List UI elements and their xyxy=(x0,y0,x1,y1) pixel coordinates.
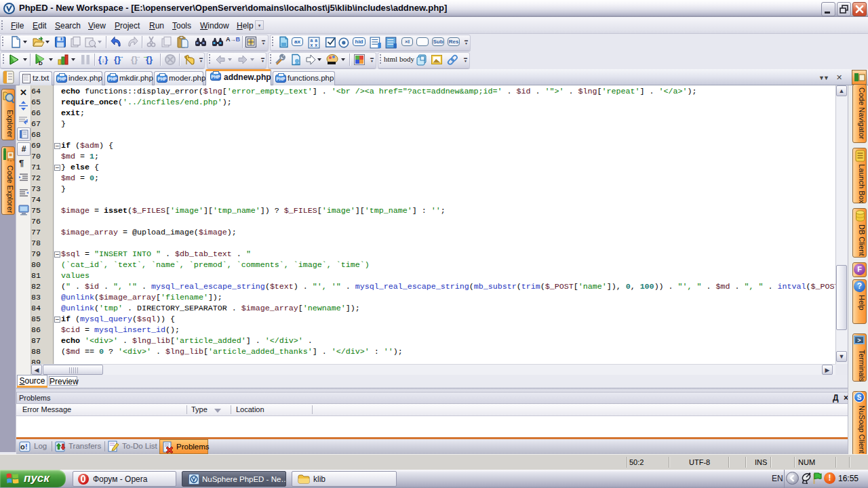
svg-text:D: D xyxy=(39,60,43,66)
svg-text:o: o xyxy=(20,443,25,451)
svg-text:x: x xyxy=(315,43,317,47)
svg-text:x: x xyxy=(310,43,313,47)
svg-text:!: ! xyxy=(25,443,28,451)
